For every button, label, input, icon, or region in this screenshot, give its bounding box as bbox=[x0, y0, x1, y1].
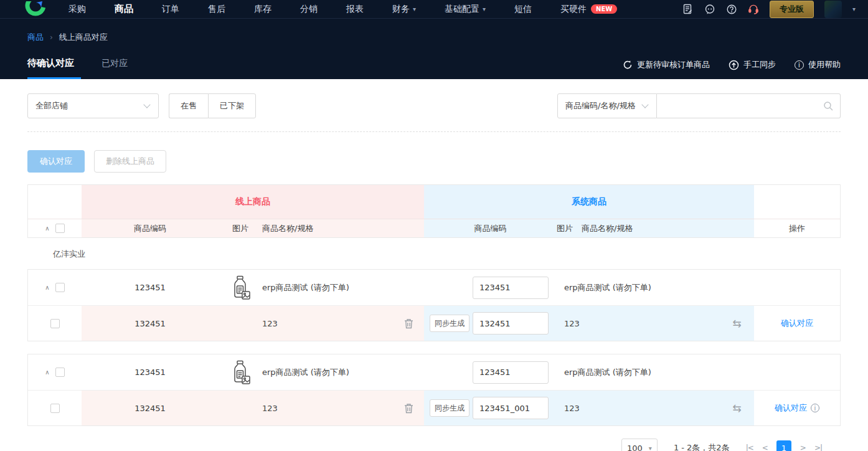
nav-item-settings[interactable]: 基础配置▾ bbox=[445, 4, 486, 15]
onsale-button[interactable]: 在售 bbox=[169, 93, 208, 118]
trash-icon[interactable] bbox=[404, 403, 413, 414]
nav-item-inventory[interactable]: 库存 bbox=[254, 4, 271, 15]
system-code-input[interactable] bbox=[473, 361, 549, 384]
delete-online-product-button[interactable]: 删除线上商品 bbox=[94, 150, 166, 173]
row-checkbox[interactable] bbox=[50, 404, 60, 413]
breadcrumb-root[interactable]: 商品 bbox=[27, 32, 44, 43]
online-product-code: 123451 bbox=[82, 368, 219, 377]
manual-sync-action[interactable]: 手工同步 bbox=[729, 59, 776, 70]
system-product-name: 123 bbox=[557, 319, 720, 328]
help-guide-action[interactable]: i 使用帮助 bbox=[795, 59, 841, 70]
system-product-name: 123 bbox=[557, 404, 720, 413]
pagination: 100 ▾ 1 - 2条，共2条 |< < 1 > >| bbox=[27, 439, 841, 451]
confirm-match-button[interactable]: 确认对应 bbox=[27, 150, 85, 173]
product-group-2: ∧ 123451 erp商品测试 (请勿下单) bbox=[27, 354, 841, 426]
top-header: 采购 商品 订单 售后 库存 分销 报表 财务▾ 基础配置▾ 短信 买硬件NEW bbox=[0, 0, 868, 79]
breadcrumb-separator: › bbox=[50, 33, 53, 42]
nav-item-reports[interactable]: 报表 bbox=[346, 4, 364, 15]
nav-item-finance[interactable]: 财务▾ bbox=[392, 4, 416, 15]
online-code-column-header: 商品编码 bbox=[82, 223, 219, 234]
row-checkbox[interactable] bbox=[50, 319, 60, 328]
nav-items: 采购 商品 订单 售后 库存 分销 报表 财务▾ 基础配置▾ 短信 买硬件NEW bbox=[68, 3, 617, 15]
online-product-code: 132451 bbox=[82, 404, 219, 413]
nav-item-distribution[interactable]: 分销 bbox=[300, 4, 318, 15]
sync-generate-button[interactable]: 同步生成 bbox=[430, 315, 469, 332]
system-code-column-header: 商品编码 bbox=[424, 223, 557, 234]
upload-circle-icon bbox=[729, 60, 739, 70]
header-actions: 更新待审核订单商品 手工同步 i 使用帮助 bbox=[623, 59, 841, 79]
confirm-match-link[interactable]: 确认对应 bbox=[775, 402, 807, 414]
page-size-select[interactable]: 100 ▾ bbox=[621, 439, 658, 451]
system-code-input[interactable] bbox=[473, 397, 549, 419]
swap-icon[interactable]: ⇆ bbox=[732, 317, 741, 330]
collapse-row-icon[interactable]: ∧ bbox=[45, 369, 49, 376]
table-row: ∧ 123451 erp商品测试 (请勿下单) bbox=[28, 354, 840, 390]
tabs-row: 待确认对应 已对应 更新待审核订单商品 手工同步 i 使用帮助 bbox=[0, 49, 868, 79]
current-page-button[interactable]: 1 bbox=[776, 440, 791, 451]
system-product-header: 系统商品 bbox=[572, 196, 606, 207]
table-row: ∧ 123451 erp商品测试 (请勿下单) bbox=[28, 270, 840, 305]
avatar[interactable] bbox=[824, 1, 842, 18]
tab-matched[interactable]: 已对应 bbox=[101, 52, 128, 79]
online-name-column-header: 商品名称/规格 bbox=[262, 223, 393, 234]
help-icon[interactable] bbox=[726, 4, 737, 15]
online-product-header: 线上商品 bbox=[235, 196, 270, 207]
nav-item-purchase[interactable]: 采购 bbox=[68, 4, 86, 15]
first-page-button[interactable]: |< bbox=[746, 444, 753, 451]
breadcrumb-current: 线上商品对应 bbox=[59, 32, 108, 43]
swap-icon[interactable]: ⇆ bbox=[732, 402, 741, 414]
product-image-icon bbox=[230, 275, 251, 300]
system-product-name: erp商品测试 (请勿下单) bbox=[557, 282, 720, 293]
confirm-match-link[interactable]: 确认对应 bbox=[781, 318, 813, 329]
online-product-name: erp商品测试 (请勿下单) bbox=[262, 367, 393, 378]
info-icon[interactable]: i bbox=[811, 404, 819, 412]
pro-version-button[interactable]: 专业版 bbox=[770, 1, 814, 18]
search-type-select[interactable]: 商品编码/名称/规格 bbox=[557, 93, 657, 118]
nav-item-aftersale[interactable]: 售后 bbox=[208, 4, 225, 15]
search-input-wrap bbox=[657, 93, 841, 118]
refresh-icon bbox=[623, 60, 633, 70]
chat-icon[interactable] bbox=[704, 4, 715, 15]
refresh-pending-orders-action[interactable]: 更新待审核订单商品 bbox=[623, 59, 710, 70]
document-icon[interactable] bbox=[682, 4, 694, 15]
nav-item-products[interactable]: 商品 bbox=[115, 3, 133, 15]
chevron-down-icon bbox=[641, 101, 648, 108]
online-product-name: 123 bbox=[262, 319, 393, 328]
nav-item-buy-hardware[interactable]: 买硬件NEW bbox=[560, 4, 617, 15]
chevron-down-icon: ▾ bbox=[649, 445, 652, 451]
search-input[interactable] bbox=[663, 94, 823, 118]
system-product-name: erp商品测试 (请勿下单) bbox=[557, 367, 720, 378]
search-icon[interactable] bbox=[823, 101, 834, 112]
system-code-input[interactable] bbox=[473, 277, 549, 299]
table-header-groups: 线上商品 系统商品 bbox=[28, 185, 840, 219]
dashed-divider bbox=[27, 131, 841, 132]
headset-icon[interactable] bbox=[748, 4, 759, 15]
tab-pending-match[interactable]: 待确认对应 bbox=[27, 51, 74, 79]
online-product-code: 132451 bbox=[82, 319, 219, 328]
pager: |< < 1 > >| bbox=[746, 440, 822, 451]
online-image-column-header: 图片 bbox=[219, 223, 262, 234]
system-code-input[interactable] bbox=[473, 312, 549, 335]
system-name-column-header: 商品名称/规格 bbox=[582, 223, 633, 234]
row-checkbox[interactable] bbox=[55, 368, 65, 377]
breadcrumb: 商品 › 线上商品对应 bbox=[0, 19, 868, 49]
shop-select[interactable]: 全部店铺 bbox=[27, 93, 159, 118]
nav-item-sms[interactable]: 短信 bbox=[514, 4, 532, 15]
next-page-button[interactable]: > bbox=[800, 444, 806, 451]
select-all-checkbox[interactable] bbox=[55, 224, 65, 233]
online-product-name: 123 bbox=[262, 404, 393, 413]
nav-item-orders[interactable]: 订单 bbox=[162, 4, 179, 15]
sync-generate-button[interactable]: 同步生成 bbox=[430, 399, 469, 417]
trash-icon[interactable] bbox=[404, 318, 413, 329]
offsale-button[interactable]: 已下架 bbox=[208, 93, 256, 118]
row-checkbox[interactable] bbox=[55, 283, 65, 292]
app-logo-icon[interactable] bbox=[25, 1, 46, 17]
collapse-row-icon[interactable]: ∧ bbox=[45, 284, 49, 291]
collapse-all-icon[interactable]: ∧ bbox=[45, 225, 49, 232]
info-icon: i bbox=[795, 60, 804, 70]
active-tab-underline bbox=[27, 77, 81, 79]
prev-page-button[interactable]: < bbox=[762, 444, 768, 451]
user-menu-chevron-icon[interactable]: ▾ bbox=[852, 6, 856, 12]
last-page-button[interactable]: >| bbox=[814, 444, 822, 451]
shop-group-label: 亿沣实业 bbox=[27, 238, 841, 269]
